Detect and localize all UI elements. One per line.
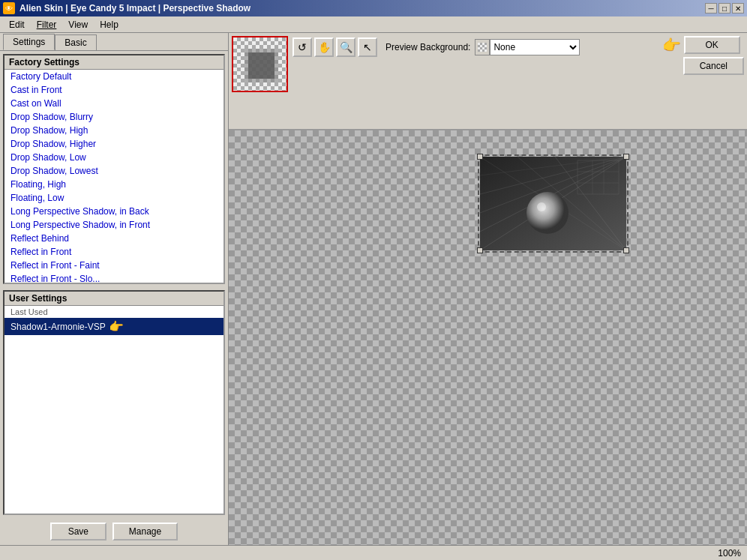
list-item-reflect-behind[interactable]: Reflect Behind [4, 232, 224, 245]
list-item-drop-shadow-lowest[interactable]: Drop Shadow, Lowest [4, 164, 224, 178]
minimize-button[interactable]: ─ [705, 3, 717, 13]
list-item-cast-in-front[interactable]: Cast in Front [4, 83, 224, 97]
user-settings-section: User Settings Last Used Shadow1-Armonie-… [3, 290, 225, 515]
main-image-container [480, 157, 626, 250]
menu-view[interactable]: View [62, 18, 94, 31]
list-item-drop-shadow-higher[interactable]: Drop Shadow, Higher [4, 137, 224, 151]
manage-button[interactable]: Manage [112, 523, 178, 541]
list-item-reflect-in-front[interactable]: Reflect in Front [4, 245, 224, 259]
user-settings-header: User Settings [4, 292, 224, 306]
ok-hand-icon: 👉 [662, 36, 681, 54]
list-item-reflect-in-front-faint[interactable]: Reflect in Front - Faint [4, 259, 224, 272]
svg-point-16 [526, 192, 568, 234]
tab-basic[interactable]: Basic [55, 34, 96, 50]
list-item-drop-shadow-blurry[interactable]: Drop Shadow, Blurry [4, 110, 224, 124]
sub-label-last-used: Last Used [4, 306, 224, 318]
right-panel: claudia ↺ ✋ 🔍 ↖ Preview Background: [229, 33, 747, 545]
menu-help[interactable]: Help [94, 18, 124, 31]
svg-point-17 [537, 202, 546, 211]
thumbnail-svg [233, 37, 288, 92]
main-image-svg [480, 157, 626, 250]
list-item-drop-shadow-low[interactable]: Drop Shadow, Low [4, 151, 224, 164]
preview-bg-label: Preview Background: None White Black Cus… [386, 37, 580, 57]
bottom-buttons: Save Manage [0, 518, 228, 545]
list-item-factory-default[interactable]: Factory Default [4, 70, 224, 83]
maximize-button[interactable]: □ [718, 3, 730, 13]
factory-settings-section: Factory Settings Factory Default Cast in… [3, 54, 225, 284]
hand-pointer-icon: 👉 [109, 319, 124, 334]
list-item-cast-on-wall[interactable]: Cast on Wall [4, 97, 224, 110]
right-header: claudia ↺ ✋ 🔍 ↖ Preview Background: [229, 33, 747, 130]
title-text: Alien Skin | Eye Candy 5 Impact | Perspe… [20, 3, 250, 13]
menu-bar: Edit Filter View Help [0, 16, 747, 33]
tab-bar: Settings Basic [0, 33, 228, 51]
save-button[interactable]: Save [50, 523, 106, 541]
list-item-long-perspective-front[interactable]: Long Perspective Shadow, in Front [4, 218, 224, 232]
action-buttons: 👉 OK Cancel [662, 36, 744, 75]
cancel-button[interactable]: Cancel [683, 57, 744, 75]
close-button[interactable]: ✕ [732, 3, 744, 13]
factory-settings-list[interactable]: Factory Default Cast in Front Cast on Wa… [4, 70, 224, 283]
controls-area: ↺ ✋ 🔍 ↖ Preview Background: None [292, 36, 658, 57]
rotate-tool-button[interactable]: ↺ [292, 37, 312, 57]
select-tool-button[interactable]: ↖ [358, 37, 377, 57]
ok-button[interactable]: OK [684, 36, 740, 54]
list-item-floating-low[interactable]: Floating, Low [4, 191, 224, 205]
list-item-reflect-in-front-slo[interactable]: Reflect in Front - Slo... [4, 272, 224, 283]
menu-edit[interactable]: Edit [3, 18, 31, 31]
zoom-tool-button[interactable]: 🔍 [336, 37, 356, 57]
user-settings-list[interactable]: Last Used Shadow1-Armonie-VSP 👉 [4, 306, 224, 514]
svg-rect-2 [248, 52, 274, 79]
preview-thumbnail [232, 36, 288, 92]
left-panel: Settings Basic Factory Settings Factory … [0, 33, 229, 545]
menu-filter[interactable]: Filter [31, 18, 63, 31]
factory-settings-header: Factory Settings [4, 55, 224, 70]
tools-row: ↺ ✋ 🔍 ↖ Preview Background: None [292, 37, 658, 57]
list-item-long-perspective-back[interactable]: Long Perspective Shadow, in Back [4, 205, 224, 218]
list-item-drop-shadow-high[interactable]: Drop Shadow, High [4, 124, 224, 137]
list-item-floating-high[interactable]: Floating, High [4, 178, 224, 191]
title-bar: 👁 Alien Skin | Eye Candy 5 Impact | Pers… [0, 0, 747, 16]
canvas-area[interactable] [229, 130, 747, 545]
zoom-level: 100% [718, 548, 741, 559]
preview-bg-select[interactable]: None White Black Custom [490, 39, 580, 55]
status-bar: 100% [0, 545, 747, 560]
tab-settings[interactable]: Settings [3, 34, 55, 50]
app-icon: 👁 [3, 2, 15, 14]
hand-tool-button[interactable]: ✋ [314, 37, 334, 57]
user-item-shadow1[interactable]: Shadow1-Armonie-VSP 👉 [4, 318, 224, 335]
